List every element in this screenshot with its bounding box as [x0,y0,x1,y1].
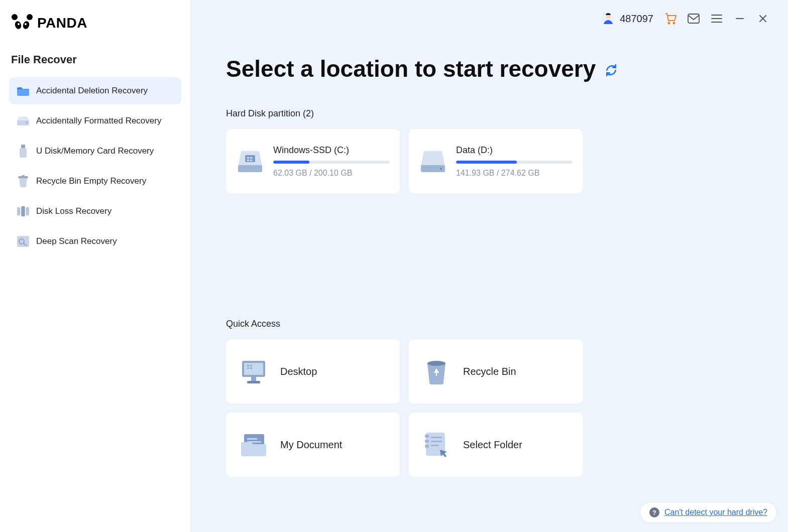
svg-rect-15 [26,207,29,216]
sidebar-item-label: U Disk/Memory Card Recovery [36,146,154,156]
sidebar: PANDA File Recover Accidental Deletion R… [0,0,191,532]
svg-rect-55 [431,437,442,438]
refresh-icon[interactable] [605,55,618,82]
quick-selectfolder[interactable]: Select Folder [409,413,583,477]
svg-rect-49 [247,438,257,440]
sidebar-item-deepscan[interactable]: Deep Scan Recovery [9,228,181,255]
svg-rect-54 [425,445,429,448]
help-icon: ? [649,507,659,517]
quick-label: My Document [280,439,342,451]
svg-rect-36 [250,160,252,161]
quick-label: Desktop [280,366,317,377]
svg-point-6 [25,23,27,25]
svg-rect-42 [247,367,249,369]
help-chip[interactable]: ? Can't detect your hard drive? [640,502,777,523]
sidebar-item-udisk[interactable]: U Disk/Memory Card Recovery [9,138,181,165]
usage-bar [273,161,390,164]
svg-rect-46 [247,381,260,383]
ssd-icon [236,147,264,175]
svg-rect-33 [247,157,249,159]
quick-label: Select Folder [463,439,522,451]
cart-icon[interactable] [664,13,677,25]
topbar: 487097 [191,0,788,25]
svg-rect-24 [688,14,699,23]
sidebar-item-label: Deep Scan Recovery [36,236,117,246]
usb-icon [17,145,29,157]
sidebar-item-label: Recycle Bin Empty Recovery [36,176,146,186]
desktop-icon [240,358,267,385]
brand-logo: PANDA [0,10,190,46]
svg-rect-53 [425,440,429,443]
svg-rect-44 [250,367,252,369]
quick-mydocument[interactable]: My Document [226,413,400,477]
partitions-label: Hard Disk partition (2) [226,108,753,119]
svg-rect-14 [17,207,20,216]
brand-text: PANDA [37,15,87,31]
svg-rect-40 [244,363,263,375]
svg-rect-7 [17,89,29,96]
svg-rect-16 [21,206,25,216]
sidebar-item-diskloss[interactable]: Disk Loss Recovery [9,198,181,225]
page-title: Select a location to start recovery [226,55,753,82]
svg-rect-34 [247,160,249,161]
sidebar-item-formatted[interactable]: Accidentally Formatted Recovery [9,107,181,135]
svg-point-22 [668,23,670,24]
sidebar-item-recyclebin[interactable]: Recycle Bin Empty Recovery [9,168,181,195]
mail-icon[interactable] [688,13,700,25]
svg-point-0 [12,14,18,20]
trash-icon [17,175,29,187]
svg-rect-56 [431,441,442,442]
hdd-card-icon [419,147,447,175]
partition-card-c[interactable]: Windows-SSD (C:) 62.03 GB / 200.10 GB [226,129,400,193]
main: 487097 Select a location to start recove… [191,0,788,532]
svg-point-1 [27,14,33,20]
svg-rect-45 [251,377,256,381]
svg-point-9 [26,122,28,123]
svg-rect-11 [20,148,27,158]
svg-rect-43 [250,365,252,366]
select-folder-icon [423,431,450,458]
sidebar-item-label: Accidentally Formatted Recovery [36,116,161,126]
user-id: 487097 [620,13,653,25]
disk-loss-icon [17,205,29,217]
disk-name: Windows-SSD (C:) [273,145,390,156]
disk-size: 62.03 GB / 200.10 GB [273,169,390,178]
svg-rect-57 [431,445,439,446]
svg-rect-31 [238,165,262,172]
folder-icon [17,85,29,97]
svg-point-23 [673,23,675,24]
quick-recyclebin[interactable]: Recycle Bin [409,339,583,404]
disk-name: Data (D:) [456,145,573,156]
svg-point-38 [440,168,442,170]
svg-rect-13 [22,175,25,177]
sidebar-item-accidental-deletion[interactable]: Accidental Deletion Recovery [9,77,181,104]
usage-bar [456,161,573,164]
svg-point-47 [427,361,445,366]
document-icon [240,431,267,458]
sidebar-nav: Accidental Deletion Recovery Accidentall… [0,77,190,255]
sidebar-item-label: Disk Loss Recovery [36,206,111,216]
quick-access-cards: Desktop Recycle Bin My Document [226,339,753,477]
quick-label: Recycle Bin [463,366,516,377]
deepscan-icon [17,235,29,247]
partition-card-d[interactable]: Data (D:) 141.93 GB / 274.62 GB [409,129,583,193]
disk-size: 141.93 GB / 274.62 GB [456,169,573,178]
svg-rect-52 [425,435,429,438]
close-icon[interactable] [757,13,769,25]
quick-desktop[interactable]: Desktop [226,339,400,404]
hdd-icon [17,115,29,127]
menu-icon[interactable] [711,13,723,25]
avatar-icon [602,12,615,25]
sidebar-title: File Recover [0,46,190,77]
svg-rect-41 [247,365,249,366]
page-title-text: Select a location to start recovery [226,55,596,82]
minimize-icon[interactable] [734,13,746,25]
sidebar-item-label: Accidental Deletion Recovery [36,86,148,96]
user-chip[interactable]: 487097 [602,12,653,25]
panda-icon [11,14,33,32]
svg-rect-10 [21,145,25,148]
quick-access-label: Quick Access [226,319,753,329]
recycle-icon [423,358,450,385]
svg-rect-35 [250,157,252,159]
help-link[interactable]: Can't detect your hard drive? [664,508,767,517]
